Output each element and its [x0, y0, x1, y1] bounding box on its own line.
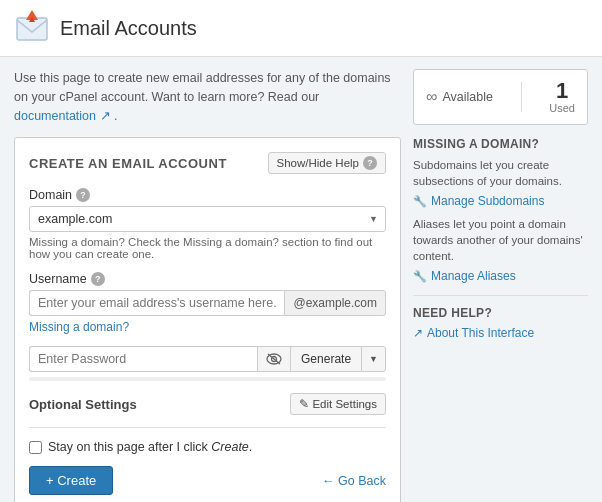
used-stat: 1 Used: [549, 80, 575, 114]
main-column: Use this page to create new email addres…: [14, 69, 401, 502]
stat-separator: [521, 82, 522, 112]
available-stat: ∞ Available: [426, 88, 493, 106]
domain-field-group: Domain ? example.com Missing a domain? C…: [29, 188, 386, 260]
password-visibility-button[interactable]: [257, 346, 290, 372]
subdomains-text: Subdomains let you create subsections of…: [413, 157, 588, 189]
password-field-group: Generate ▼: [29, 346, 386, 381]
stay-on-page-row: Stay on this page after I click Create.: [29, 440, 386, 454]
generate-password-button[interactable]: Generate: [290, 346, 361, 372]
documentation-link[interactable]: documentation ↗: [14, 109, 114, 123]
generate-dropdown-button[interactable]: ▼: [361, 346, 386, 372]
used-number: 1: [556, 80, 568, 102]
edit-settings-button[interactable]: ✎ Edit Settings: [290, 393, 386, 415]
optional-settings-title: Optional Settings: [29, 397, 137, 412]
domain-select-wrapper: example.com: [29, 206, 386, 232]
stay-on-page-checkbox[interactable]: [29, 441, 42, 454]
show-hide-help-icon: ?: [363, 156, 377, 170]
username-help-icon[interactable]: ?: [91, 272, 105, 286]
domain-hint: Missing a domain? Check the Missing a do…: [29, 236, 386, 260]
username-suffix: @example.com: [284, 290, 386, 316]
card-title: CREATE AN EMAIL ACCOUNT: [29, 156, 227, 171]
password-input-row: Generate ▼: [29, 346, 386, 372]
about-interface-link[interactable]: ↗ About This Interface: [413, 326, 588, 340]
need-help-section: NEED HELP? ↗ About This Interface: [413, 306, 588, 340]
manage-aliases-link[interactable]: 🔧 Manage Aliases: [413, 269, 588, 283]
show-hide-help-button[interactable]: Show/Hide Help ?: [268, 152, 386, 174]
page-title: Email Accounts: [60, 17, 197, 40]
missing-domain-section: MISSING A DOMAIN? Subdomains let you cre…: [413, 137, 588, 283]
form-footer: + Create ← Go Back: [29, 466, 386, 495]
available-label: Available: [442, 90, 493, 104]
used-label: Used: [549, 102, 575, 114]
stay-on-page-label: Stay on this page after I click Create.: [48, 440, 252, 454]
go-back-link[interactable]: ← Go Back: [322, 474, 386, 488]
stats-box: ∞ Available 1 Used: [413, 69, 588, 125]
optional-settings-header: Optional Settings ✎ Edit Settings: [29, 393, 386, 415]
sidebar-divider: [413, 295, 588, 296]
create-button[interactable]: + Create: [29, 466, 113, 495]
manage-subdomains-link[interactable]: 🔧 Manage Subdomains: [413, 194, 588, 208]
need-help-title: NEED HELP?: [413, 306, 588, 320]
aliases-text: Aliases let you point a domain towards a…: [413, 216, 588, 264]
username-input-row: @example.com: [29, 290, 386, 316]
external-link-icon: ↗: [413, 326, 423, 340]
right-sidebar: ∞ Available 1 Used MISSING A DOMAIN? Sub…: [413, 69, 588, 502]
card-header: CREATE AN EMAIL ACCOUNT Show/Hide Help ?: [29, 152, 386, 174]
username-input[interactable]: [29, 290, 284, 316]
email-accounts-icon: [14, 10, 50, 46]
domain-select[interactable]: example.com: [29, 206, 386, 232]
wrench-icon-2: 🔧: [413, 270, 427, 283]
intro-text: Use this page to create new email addres…: [14, 69, 401, 125]
domain-help-icon[interactable]: ?: [76, 188, 90, 202]
missing-domain-link[interactable]: Missing a domain?: [29, 320, 386, 334]
page-header: Email Accounts: [0, 0, 602, 57]
password-strength-bar: [29, 377, 386, 381]
missing-domain-section-title: MISSING A DOMAIN?: [413, 137, 588, 151]
form-divider: [29, 427, 386, 428]
domain-label: Domain ?: [29, 188, 386, 202]
password-input[interactable]: [29, 346, 257, 372]
username-label: Username ?: [29, 272, 386, 286]
create-email-card: CREATE AN EMAIL ACCOUNT Show/Hide Help ?…: [14, 137, 401, 502]
wrench-icon-1: 🔧: [413, 195, 427, 208]
infinity-icon: ∞: [426, 88, 437, 106]
username-field-group: Username ? @example.com Missing a domain…: [29, 272, 386, 334]
content-area: Use this page to create new email addres…: [0, 57, 602, 502]
